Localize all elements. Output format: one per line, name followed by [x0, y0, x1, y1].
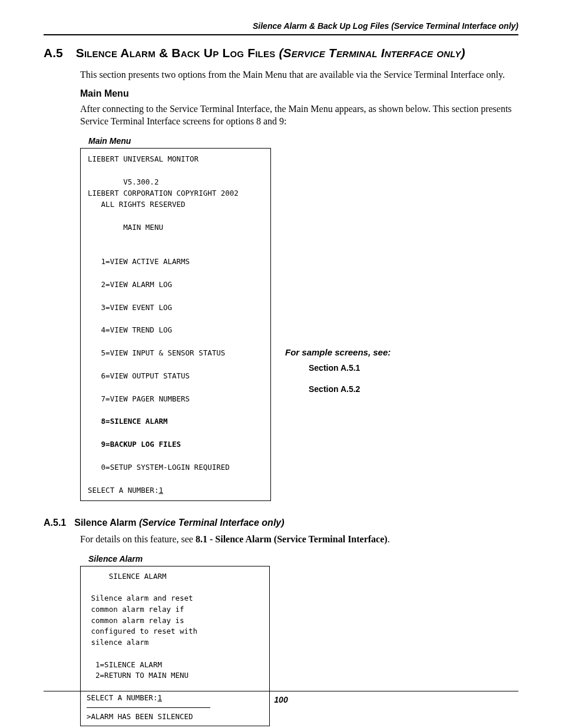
section-heading: A.5Silence Alarm & Back Up Log Files (Se… — [44, 46, 518, 60]
term-prompt: SELECT A NUMBER: — [88, 486, 158, 495]
term-line: silence alarm — [87, 638, 148, 647]
term-line: common alarm relay if — [87, 605, 184, 614]
main-menu-subhead: Main Menu — [80, 88, 518, 99]
section-title: Silence Alarm & Back Up Log Files — [76, 46, 279, 60]
main-menu-row: LIEBERT UNIVERSAL MONITOR V5.300.2 LIEBE… — [44, 148, 518, 501]
silence-alarm-fig-label: Silence Alarm — [88, 554, 518, 564]
para-pre: For details on this feature, see — [80, 534, 196, 544]
subsection-heading: A.5.1Silence Alarm (Service Terminal Int… — [44, 518, 518, 528]
term-line: 7=VIEW PAGER NUMBERS — [88, 394, 190, 403]
side-ref-1: Section A.5.1 — [309, 363, 391, 373]
term-line-bold: 9=BACKUP LOG FILES — [88, 440, 181, 449]
section-title-paren: (Service Terminal Interface only) — [279, 46, 465, 60]
page: Silence Alarm & Back Up Log Files (Servi… — [0, 0, 562, 728]
footer-rule — [44, 691, 518, 691]
term-line: Silence alarm and reset — [87, 594, 193, 602]
page-footer: 100 — [44, 691, 518, 704]
running-header: Silence Alarm & Back Up Log Files (Servi… — [44, 21, 518, 34]
page-number: 100 — [44, 695, 518, 704]
term-line: 6=VIEW OUTPUT STATUS — [88, 371, 190, 380]
header-rule — [44, 34, 518, 35]
terminal-divider — [87, 707, 210, 708]
para-bold-ref: 8.1 - Silence Alarm (Service Terminal In… — [196, 534, 388, 544]
term-line: common alarm relay is — [87, 616, 184, 625]
para-post: . — [388, 534, 390, 544]
subsection-title: Silence Alarm — [74, 518, 139, 528]
term-line: SILENCE ALARM — [87, 572, 166, 581]
section-number: A.5 — [44, 46, 63, 60]
term-line: 0=SETUP SYSTEM-LOGIN REQUIRED — [88, 463, 230, 472]
main-menu-paragraph: After connecting to the Service Terminal… — [80, 103, 518, 128]
term-line: 5=VIEW INPUT & SENSOR STATUS — [88, 348, 225, 357]
subsection-number: A.5.1 — [44, 518, 66, 528]
subsection-paragraph: For details on this feature, see 8.1 - S… — [80, 533, 518, 546]
term-line-bold: 8=SILENCE ALARM — [88, 417, 167, 426]
term-line: configured to reset with — [87, 627, 197, 635]
side-notes: For sample screens, see: Section A.5.1 S… — [285, 347, 391, 406]
term-line: 1=VIEW ACTIVE ALARMS — [88, 257, 190, 266]
subsection-title-paren: (Service Terminal Interface only) — [139, 518, 285, 528]
intro-paragraph: This section presents two options from t… — [80, 68, 518, 81]
term-prompt-value: 1 — [158, 486, 163, 495]
term-line: LIEBERT UNIVERSAL MONITOR — [88, 154, 199, 163]
side-lead: For sample screens, see: — [285, 347, 391, 357]
term-line: 1=SILENCE ALARM — [87, 660, 162, 669]
side-ref-2: Section A.5.2 — [309, 384, 391, 394]
term-line: 2=RETURN TO MAIN MENU — [87, 671, 189, 680]
term-line: 4=VIEW TREND LOG — [88, 325, 172, 334]
term-line: 3=VIEW EVENT LOG — [88, 303, 172, 312]
main-menu-fig-label: Main Menu — [88, 136, 518, 146]
term-line: V5.300.2 — [88, 177, 158, 186]
main-menu-terminal: LIEBERT UNIVERSAL MONITOR V5.300.2 LIEBE… — [80, 148, 271, 501]
term-line: MAIN MENU — [88, 223, 163, 232]
term-result: >ALARM HAS BEEN SILENCED — [87, 712, 193, 721]
term-line: 2=VIEW ALARM LOG — [88, 280, 172, 289]
term-line: ALL RIGHTS RESERVED — [88, 200, 186, 209]
term-line: LIEBERT CORPORATION COPYRIGHT 2002 — [88, 189, 239, 197]
